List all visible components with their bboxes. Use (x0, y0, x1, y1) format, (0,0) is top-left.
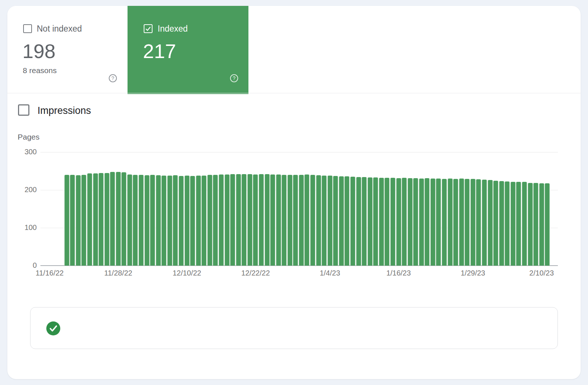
chart-bar[interactable] (465, 179, 470, 266)
gridline (40, 152, 558, 152)
chart-bar[interactable] (293, 175, 298, 266)
chart-bar[interactable] (253, 174, 258, 266)
chart-bar[interactable] (459, 179, 464, 266)
chart-bar[interactable] (493, 181, 498, 266)
chart-bar[interactable] (219, 174, 224, 266)
chart-bar[interactable] (344, 176, 349, 266)
chart-bar[interactable] (545, 183, 550, 266)
chart-bar[interactable] (225, 174, 230, 266)
chart-bar[interactable] (488, 180, 493, 266)
x-tick-label: 11/16/22 (28, 269, 72, 277)
chart-bar[interactable] (104, 173, 110, 266)
chart-bar[interactable] (322, 176, 327, 266)
chart-bar[interactable] (161, 176, 166, 266)
chart-bar[interactable] (116, 172, 121, 266)
chart-bar[interactable] (93, 173, 98, 266)
chart-bar[interactable] (510, 182, 516, 266)
x-tick-label: 1/29/23 (451, 269, 495, 277)
chart-bar[interactable] (539, 183, 544, 266)
chart-bar[interactable] (430, 179, 435, 266)
chart-bar[interactable] (156, 175, 161, 266)
x-tick-label: 11/28/22 (96, 269, 140, 277)
chart-bar[interactable] (516, 182, 521, 266)
chart-bar[interactable] (482, 180, 487, 266)
chart-bar[interactable] (436, 179, 441, 266)
chart-bar[interactable] (448, 179, 453, 266)
chart-bar[interactable] (259, 174, 264, 266)
chart-bar[interactable] (173, 175, 178, 266)
chart-bar[interactable] (150, 175, 155, 266)
chart-bar[interactable] (373, 177, 378, 266)
chart-bar[interactable] (276, 174, 281, 266)
chart-bar[interactable] (379, 178, 384, 266)
chart-bar[interactable] (368, 177, 373, 266)
view-indexed-data-button[interactable]: View data about indexed pages (30, 307, 558, 349)
chart-bar[interactable] (327, 176, 333, 266)
page-indexing-panel: Not indexed 198 8 reasons ? Indexed 217 … (0, 0, 588, 385)
chart-bar[interactable] (207, 175, 212, 266)
chart-bar[interactable] (362, 177, 367, 266)
y-tick-label: 300 (15, 148, 37, 156)
x-tick-label: 12/10/22 (165, 269, 209, 277)
chart-bar[interactable] (184, 176, 190, 266)
chart-bar[interactable] (121, 172, 126, 266)
chart-bar[interactable] (167, 176, 172, 266)
chart-bar[interactable] (408, 178, 413, 266)
chart-bar[interactable] (133, 175, 138, 266)
chart-bar[interactable] (270, 174, 275, 266)
chart-bar[interactable] (230, 174, 235, 266)
chart-bar[interactable] (241, 174, 247, 266)
chart-bar[interactable] (287, 175, 293, 266)
y-tick-label: 200 (15, 186, 37, 194)
chart-bar[interactable] (213, 175, 218, 266)
chart-bar[interactable] (419, 179, 424, 266)
chart-bar[interactable] (98, 173, 104, 266)
x-tick-label: 12/22/22 (233, 269, 277, 277)
chart-bar[interactable] (442, 179, 447, 266)
chart-bar[interactable] (333, 176, 338, 266)
chart-bar[interactable] (190, 176, 195, 266)
x-tick-label: 1/4/23 (308, 269, 352, 277)
chart-bar[interactable] (424, 178, 430, 266)
chart-bar[interactable] (402, 178, 407, 266)
chart-bar[interactable] (476, 179, 481, 266)
chart-bar[interactable] (316, 175, 321, 266)
chart-bar[interactable] (339, 176, 344, 266)
chart-bar[interactable] (64, 175, 69, 266)
x-tick-label: 2/10/23 (520, 269, 564, 277)
chart-bar[interactable] (127, 174, 132, 266)
chart-bar[interactable] (350, 177, 355, 266)
chart-bar[interactable] (265, 174, 270, 266)
chart-bar[interactable] (87, 173, 92, 266)
chart-bar[interactable] (299, 175, 304, 266)
chart-bar[interactable] (282, 175, 287, 266)
chart-bar[interactable] (396, 178, 401, 266)
chart-bar[interactable] (179, 176, 184, 266)
chart-bar[interactable] (533, 183, 538, 266)
chart-bar[interactable] (70, 175, 75, 266)
chart-bar[interactable] (499, 181, 504, 266)
chart-bar[interactable] (81, 175, 86, 266)
chart-bar[interactable] (196, 176, 201, 266)
chart-bar[interactable] (390, 178, 395, 266)
y-tick-label: 100 (15, 223, 37, 232)
chart-bar[interactable] (453, 179, 458, 266)
chart-bar[interactable] (384, 178, 390, 266)
chart-bar[interactable] (144, 175, 150, 266)
chart-bar[interactable] (236, 174, 241, 266)
chart-bar[interactable] (201, 176, 207, 266)
chart-bar[interactable] (304, 174, 309, 266)
chart-bar[interactable] (310, 175, 315, 266)
chart-bar[interactable] (356, 177, 361, 266)
chart-bar[interactable] (110, 172, 115, 266)
check-circle-icon (46, 321, 60, 335)
chart-bar[interactable] (76, 175, 81, 266)
chart-bar[interactable] (528, 183, 533, 266)
chart-bar[interactable] (505, 181, 510, 266)
chart-bar[interactable] (522, 182, 527, 266)
chart-bar[interactable] (139, 175, 144, 266)
chart-bar[interactable] (470, 179, 476, 266)
y-tick-label: 0 (15, 261, 37, 270)
chart-bar[interactable] (413, 178, 418, 266)
chart-bar[interactable] (247, 174, 252, 266)
